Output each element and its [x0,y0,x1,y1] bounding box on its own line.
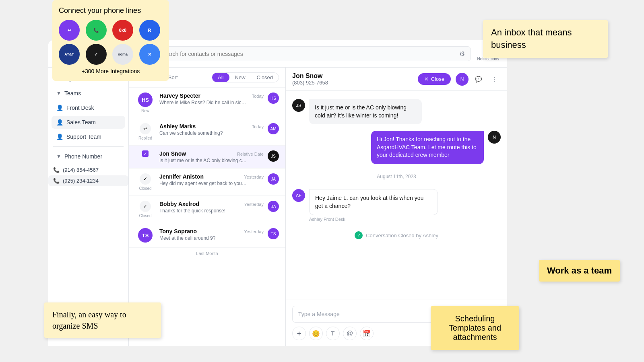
sidebar-sales-section: 👤 Sales Team [48,116,128,129]
more-integrations-label: +300 More Integrations [59,68,163,74]
sidebar-item-support-team[interactable]: 👤 Support Team [52,130,125,143]
conv-preview: Hey did my agent ever get back to you ab… [159,181,248,186]
agent-avatar: TS [268,228,279,239]
conv-name-row: Ashley Marks Today [159,123,264,130]
sidebar-front-desk-section: 👤 Front Desk [48,101,128,114]
filter-icon[interactable]: ⚙ [459,50,465,58]
conv-time: Yesterday [244,175,264,179]
agent-avatar: JS [268,150,279,162]
8x8-icon[interactable]: 8x8 [112,20,133,41]
message-row-incoming: JS Is it just me or is the AC only blowi… [292,99,501,124]
dialpad-icon[interactable]: ↩ [59,20,80,41]
teams-label: Teams [64,90,81,97]
message-row-internal: AF Hey Jaime L. can you look at this whe… [292,189,501,222]
sidebar-item-sales-team[interactable]: 👤 Sales Team [52,116,125,129]
conv-content: Bobby Axelrod Yesterday Thanks for the q… [159,201,264,214]
close-button[interactable]: ✕ Close [418,73,451,85]
sticky-note-top-right: An inbox that means business [483,20,608,58]
filter-tab-closed[interactable]: Closed [251,73,279,82]
sidebar-divider [53,146,124,147]
table-row[interactable]: ✓ Jon Snow Relative Date Is it just me o… [129,146,285,169]
conv-status-col: TS [135,228,155,243]
last-month-divider: Last Month [129,248,285,259]
agent-avatar: JA [268,173,279,185]
ooma-icon[interactable]: ooma [112,44,133,65]
conv-content: Jon Snow Relative Date Is it just me or … [159,150,264,163]
message-icon-button[interactable]: 💬 [472,73,485,86]
table-row[interactable]: ↩ Replied Ashley Marks Today Can we sche… [129,118,285,146]
message-bubble: Is it just me or is the AC only blowing … [309,99,422,124]
att-icon[interactable]: AT&T [59,44,80,65]
conv-time: Relative Date [237,152,264,156]
google-voice-icon[interactable]: 📞 [86,20,107,41]
conv-name-row: Jon Snow Relative Date [159,150,264,157]
internal-message-container: Hey Jaime L. can you look at this when y… [309,189,438,222]
conv-name: Jennifer Aniston [159,173,204,180]
agent-avatar: HS [268,93,279,104]
person-icon-sales: 👤 [56,119,63,125]
conv-content: Tony Soprano Yesterday Meet at the deli … [159,228,264,241]
conv-name: Harvey Specter [159,93,200,99]
sticky-note-scheduling: Scheduling Templates and attachments [431,306,519,350]
status-badge: Replied [138,136,152,140]
avatar-outgoing: N [488,131,501,144]
search-input[interactable] [161,51,456,57]
conv-name-row: Harvey Specter Today [159,93,264,99]
conv-preview: Is it just me or is the AC only blowing … [159,158,248,163]
conv-name: Jon Snow [159,150,186,157]
avatar: TS [138,228,153,243]
ringcentral-icon[interactable]: R [139,20,160,41]
sidebar-item-phone-number[interactable]: ▼ Phone Number [52,150,125,163]
filter-tab-all[interactable]: All [212,73,229,82]
filter-tab-new[interactable]: New [229,73,251,82]
conv-time: Yesterday [244,229,264,234]
sticky-note-bottom-left: Finally, an easy way to organize SMS [44,302,161,338]
text-format-button[interactable]: T [326,327,340,340]
conv-name: Bobby Axelrod [159,201,199,207]
person-icon-support: 👤 [56,134,63,140]
table-row[interactable]: ✓ Closed Jennifer Aniston Yesterday Hey … [129,169,285,196]
assign-agent-button[interactable]: N [456,73,469,86]
chat-contact-phone: (803) 925-7658 [292,80,413,86]
status-icon-closed-2: ✓ [140,201,151,212]
search-bar[interactable]: 🔍 ⚙ [143,46,471,61]
table-row[interactable]: HS New Harvey Specter Today Where is Mik… [129,88,285,118]
agent-avatar: BA [268,201,279,212]
message-bubble-internal: Hey Jaime L. can you look at this when y… [309,189,438,215]
conv-status-col: ↩ Replied [135,123,155,140]
more-options-button[interactable]: ⋮ [488,73,501,86]
integrations-title: Connect your phone lines [59,6,163,15]
internal-sender: Ashley Front Desk [309,217,438,222]
sidebar-support-section: 👤 Support Team [48,130,128,143]
closed-status-text: Conversation Closed by Ashley [366,232,438,239]
sidebar-phone-1[interactable]: 📞 (914) 854-4567 [48,165,128,175]
close-icon: ✕ [424,76,429,82]
sidebar-teams-section: ▼ Teams [48,87,128,100]
conv-preview: Thanks for the quick response! [159,208,248,214]
mention-button[interactable]: @ [343,327,357,340]
chevron-down-icon: ▼ [56,90,61,96]
conv-name-row: Tony Soprano Yesterday [159,228,264,234]
sidebar-phone-number-section: ▼ Phone Number [48,150,128,163]
person-icon: 👤 [56,105,63,111]
x-icon[interactable]: ✕ [139,44,160,65]
emoji-button[interactable]: 😊 [309,327,323,340]
sidebar-item-front-desk[interactable]: 👤 Front Desk [52,101,125,114]
message-bubble-outgoing: Hi Jon! Thanks for reaching out to the A… [371,131,484,164]
conv-time: Yesterday [244,202,264,207]
conv-time: Today [252,94,264,99]
conv-preview: Meet at the deli around 9? [159,235,248,241]
chat-messages: JS Is it just me or is the AC only blowi… [286,91,507,300]
conv-checkbox[interactable]: ✓ [142,150,149,157]
calendar-button[interactable]: 📅 [360,327,374,340]
add-attachment-button[interactable]: + [292,327,306,340]
sidebar-phone-2[interactable]: 📞 (925) 234-1234 [48,175,128,186]
table-row[interactable]: TS Tony Soprano Yesterday Meet at the de… [129,223,285,248]
conv-name-row: Jennifer Aniston Yesterday [159,173,264,180]
status-icon-closed: ✓ [140,173,151,185]
chat-header-actions: N 💬 ⋮ [456,73,501,86]
sidebar-item-teams[interactable]: ▼ Teams [52,87,125,100]
table-row[interactable]: ✓ Closed Bobby Axelrod Yesterday Thanks … [129,196,285,223]
conv-status-col: ✓ Closed [135,173,155,191]
verizon-icon[interactable]: ✓ [86,44,107,65]
